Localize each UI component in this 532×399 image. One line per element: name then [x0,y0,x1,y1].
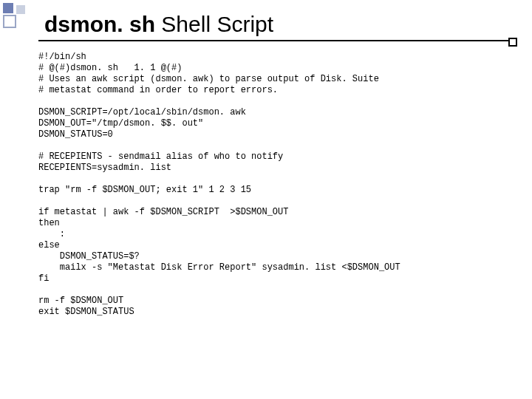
code-block: #!/bin/sh # @(#)dsmon. sh 1. 1 @(#) # Us… [38,52,510,318]
deco-square [3,15,16,28]
title-bold: dsmon. sh [44,12,155,36]
corner-decoration [0,0,35,35]
deco-square [3,3,13,13]
deco-square [16,5,25,14]
title-normal: Shell Script [155,12,273,36]
page-title: dsmon. sh Shell Script [44,12,273,37]
title-underline [38,40,510,41]
